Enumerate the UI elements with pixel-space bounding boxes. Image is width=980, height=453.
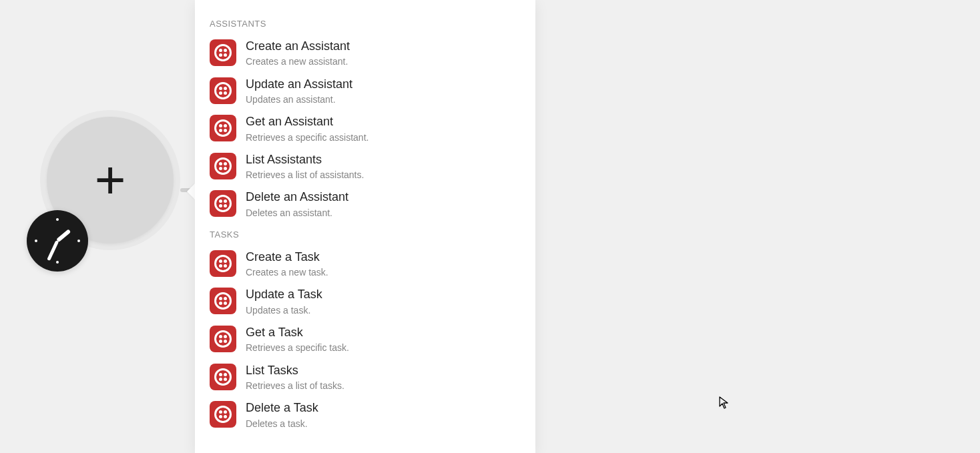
- panel-pointer: [187, 183, 195, 199]
- menu-item[interactable]: Get an AssistantRetrieves a specific ass…: [195, 109, 535, 147]
- twilio-icon: [210, 39, 236, 66]
- menu-item[interactable]: Update an AssistantUpdates an assistant.: [195, 72, 535, 110]
- menu-item-text: List AssistantsRetrieves a list of assis…: [246, 151, 364, 181]
- menu-item-text: Create an AssistantCreates a new assista…: [246, 38, 350, 68]
- twilio-icon: [210, 77, 236, 104]
- menu-item-text: Update a TaskUpdates a task.: [246, 286, 322, 316]
- menu-item-title: List Tasks: [246, 363, 344, 378]
- menu-item[interactable]: Create a TaskCreates a new task.: [195, 245, 535, 283]
- menu-item[interactable]: Delete a TaskDeletes a task.: [195, 396, 535, 434]
- action-picker-panel[interactable]: ASSISTANTSCreate an AssistantCreates a n…: [195, 0, 535, 453]
- menu-item-text: Create a TaskCreates a new task.: [246, 249, 328, 279]
- menu-item-desc: Retrieves a specific task.: [246, 342, 349, 354]
- twilio-icon: [210, 401, 236, 428]
- scheduler-node[interactable]: [27, 210, 88, 272]
- menu-item[interactable]: List AssistantsRetrieves a list of assis…: [195, 147, 535, 185]
- menu-item-text: List TasksRetrieves a list of tasks.: [246, 362, 344, 392]
- twilio-icon: [210, 288, 236, 314]
- twilio-icon: [210, 364, 236, 390]
- twilio-icon: [210, 326, 236, 352]
- twilio-icon: [210, 190, 236, 217]
- menu-item-title: Delete a Task: [246, 400, 318, 416]
- menu-item[interactable]: Get a TaskRetrieves a specific task.: [195, 320, 535, 358]
- menu-item-desc: Deletes an assistant.: [246, 207, 348, 219]
- menu-item-text: Get a TaskRetrieves a specific task.: [246, 324, 349, 354]
- menu-item-desc: Retrieves a list of assistants.: [246, 169, 364, 181]
- menu-item-title: Create a Task: [246, 250, 328, 265]
- twilio-icon: [210, 250, 236, 277]
- clock-icon: [27, 210, 88, 272]
- menu-item-text: Delete an AssistantDeletes an assistant.: [246, 189, 348, 219]
- menu-item-title: List Assistants: [246, 152, 364, 167]
- menu-item-title: Update a Task: [246, 287, 322, 302]
- menu-item-title: Delete an Assistant: [246, 189, 348, 205]
- menu-item-title: Get a Task: [246, 325, 349, 340]
- menu-item-text: Update an AssistantUpdates an assistant.: [246, 76, 352, 106]
- menu-item-desc: Creates a new assistant.: [246, 55, 350, 67]
- menu-item[interactable]: Update a TaskUpdates a task.: [195, 282, 535, 320]
- menu-item-text: Get an AssistantRetrieves a specific ass…: [246, 113, 369, 143]
- menu-item-text: Delete a TaskDeletes a task.: [246, 400, 318, 430]
- section-header: TASKS: [195, 223, 535, 245]
- menu-item-desc: Creates a new task.: [246, 266, 328, 278]
- twilio-icon: [210, 153, 236, 179]
- menu-item-desc: Retrieves a list of tasks.: [246, 380, 344, 392]
- menu-item-desc: Retrieves a specific assistant.: [246, 131, 369, 143]
- mouse-cursor-icon: [719, 396, 730, 410]
- menu-item[interactable]: Create an AssistantCreates a new assista…: [195, 34, 535, 72]
- menu-item-title: Update an Assistant: [246, 77, 352, 92]
- menu-item-title: Create an Assistant: [246, 39, 350, 54]
- canvas-add-node[interactable]: +: [27, 110, 180, 277]
- menu-item-desc: Updates a task.: [246, 304, 322, 316]
- menu-item-desc: Updates an assistant.: [246, 93, 352, 105]
- menu-item[interactable]: List TasksRetrieves a list of tasks.: [195, 358, 535, 396]
- menu-item-desc: Deletes a task.: [246, 418, 318, 430]
- section-header: ASSISTANTS: [195, 12, 535, 34]
- twilio-icon: [210, 115, 236, 141]
- plus-icon: +: [95, 153, 126, 207]
- menu-item-title: Get an Assistant: [246, 114, 369, 129]
- menu-item[interactable]: Delete an AssistantDeletes an assistant.: [195, 185, 535, 223]
